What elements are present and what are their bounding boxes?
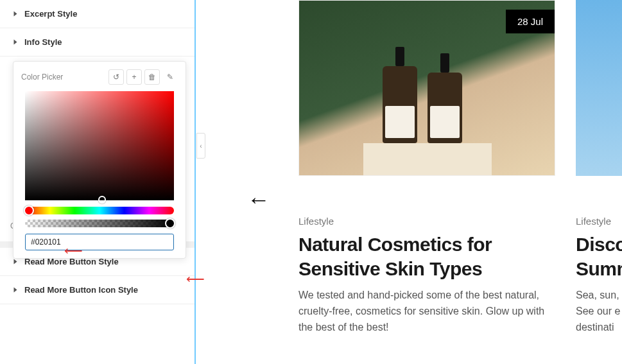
reset-button[interactable]: ↺	[108, 69, 124, 85]
section-read-more-button-icon-style[interactable]: Read More Button Icon Style	[0, 276, 194, 304]
post-category-2[interactable]: Lifestyle	[576, 216, 611, 227]
sv-cursor[interactable]	[98, 196, 106, 204]
annotation-arrow-hex: ⟵	[64, 243, 83, 258]
annotation-arrow-swatch: ⟵	[186, 271, 205, 286]
eyedropper-button[interactable]: ✎	[162, 69, 178, 85]
hex-input[interactable]	[25, 234, 174, 250]
color-picker-title: Color Picker	[21, 73, 63, 82]
hue-thumb[interactable]	[24, 205, 34, 216]
caret-right-icon	[14, 40, 17, 45]
section-info-style[interactable]: Info Style	[0, 28, 194, 56]
trash-button[interactable]: 🗑	[144, 69, 160, 85]
color-picker-popup: Color Picker ↺ + 🗑 ✎	[13, 61, 186, 259]
section-excerpt-style[interactable]: Excerpt Style	[0, 0, 194, 28]
post-title[interactable]: Natural Cosmetics for Sensitive Skin Typ…	[298, 232, 555, 281]
section-label: Info Style	[24, 37, 62, 47]
section-label: Excerpt Style	[24, 9, 77, 19]
post-excerpt-2: Sea, sun, See our e destinati	[576, 288, 622, 335]
hue-slider[interactable]	[25, 207, 174, 214]
color-picker-header: Color Picker ↺ + 🗑 ✎	[21, 69, 178, 85]
add-button[interactable]: +	[126, 69, 142, 85]
bottle-shape	[383, 66, 417, 143]
section-label: Read More Button Icon Style	[24, 285, 138, 295]
date-badge: 28 Jul	[506, 10, 555, 33]
post-excerpt: We tested and hand-picked some of the be…	[298, 288, 555, 335]
carousel-prev-button[interactable]: ←	[247, 186, 270, 213]
post-category[interactable]: Lifestyle	[298, 216, 334, 227]
alpha-thumb[interactable]	[165, 218, 175, 229]
alpha-slider[interactable]	[25, 220, 174, 227]
card-image[interactable]: 28 Jul	[298, 0, 555, 176]
collapse-handle[interactable]: ‹	[196, 133, 205, 159]
color-picker-tools: ↺ + 🗑 ✎	[108, 69, 178, 85]
caret-right-icon	[14, 12, 17, 17]
bottle-shape	[428, 73, 462, 143]
preview-area: ‹ 28 Jul ← Lifestyle Natural Cosmetics f…	[197, 0, 622, 364]
pedestal-shape	[363, 143, 492, 175]
post-title-2[interactable]: Disco Summ	[576, 232, 622, 281]
saturation-value-panel[interactable]	[25, 91, 174, 200]
caret-right-icon	[14, 288, 17, 293]
card-image-2[interactable]	[576, 0, 622, 176]
caret-right-icon	[14, 259, 17, 264]
